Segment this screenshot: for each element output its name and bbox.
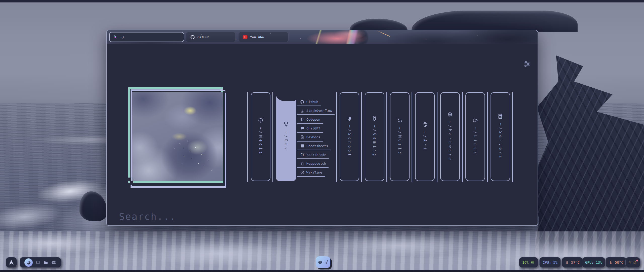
gamepad-icon (372, 116, 377, 121)
chat-bubble-icon (300, 126, 304, 130)
book-label: ~/Linux (473, 127, 477, 155)
window-icon (36, 260, 40, 265)
search-input[interactable] (118, 210, 517, 226)
thermometer-icon (565, 260, 569, 264)
book-servers[interactable]: ~/Servers (491, 92, 510, 181)
page-line (512, 92, 513, 182)
graduation-cap-icon (347, 116, 352, 121)
book-label: ~/Dev (284, 131, 288, 151)
dock-files[interactable] (43, 260, 48, 265)
music-note-icon (397, 118, 403, 123)
page-line (462, 92, 463, 182)
arch-logo-icon (8, 259, 14, 265)
launcher-button[interactable] (6, 257, 17, 268)
youtube-icon (243, 35, 248, 39)
copy-squares-icon (300, 161, 304, 166)
browser-logo-icon (113, 35, 118, 40)
book-label: ~/Media (258, 127, 263, 155)
book-label: ~/Gaming (372, 125, 377, 157)
book-school[interactable]: ~/School (340, 92, 359, 181)
cloud-painting (132, 92, 223, 181)
tab-label: GitHub (197, 35, 209, 39)
desktop: ~/ GitHub YouTube (0, 0, 644, 272)
page-line (412, 92, 412, 182)
dock-window[interactable] (36, 260, 40, 265)
cpu-temp-stat: 57°C (562, 257, 583, 268)
link-cheatsheets[interactable]: Cheatsheets (297, 142, 331, 150)
book-dev[interactable]: ~/Dev (276, 92, 296, 181)
wallpaper-edge (0, 270, 644, 272)
active-window-indicator[interactable]: ~/ (316, 256, 330, 268)
active-window-label: ~/ (324, 260, 328, 264)
book-music[interactable]: ~/Music (390, 92, 410, 181)
link-codepen[interactable]: Codepen (297, 116, 323, 124)
chip-icon (447, 112, 453, 117)
link-stackoverflow[interactable]: StackOverflow (297, 107, 335, 115)
link-devdocs[interactable]: DevDocs (297, 133, 323, 142)
notifications-button[interactable]: 4 (625, 257, 640, 268)
notification-badge (636, 260, 638, 261)
cpu-stat: CPU: 5% (539, 257, 561, 268)
git-branch-icon (283, 122, 289, 127)
tab-label: YouTube (250, 35, 264, 39)
link-chatgpt[interactable]: ChatGPT (297, 125, 323, 133)
book-art[interactable]: ~/Art (415, 92, 435, 181)
book-label: ~/School (347, 125, 352, 157)
book-media[interactable]: ~/Media (251, 92, 270, 181)
book-hardware[interactable]: ~/Hardware (440, 92, 460, 181)
page-line (386, 92, 387, 182)
dev-links: Github StackOverflow Codepen (297, 92, 336, 182)
frame-handle (225, 90, 229, 93)
frame-handle (128, 178, 131, 181)
tab-github[interactable]: GitHub (186, 32, 236, 42)
url-text: ~/ (120, 35, 125, 39)
artwork-frame (128, 86, 226, 188)
github-icon (300, 100, 304, 104)
code-braces-icon: {} (300, 153, 305, 157)
startpage: ~/Media ~/Dev Gith (107, 44, 538, 225)
stackoverflow-icon (300, 109, 304, 113)
clock-icon (300, 170, 304, 175)
frame-handle (130, 181, 133, 185)
github-icon (190, 35, 195, 40)
page-line (361, 92, 362, 182)
page-line (437, 92, 437, 182)
firefox-icon (26, 260, 31, 265)
page-line (272, 92, 273, 182)
bookshelf: ~/Media ~/Dev Gith (247, 92, 516, 182)
page-line (336, 92, 337, 182)
globe-icon (318, 260, 322, 264)
link-github[interactable]: Github (297, 98, 321, 106)
book-linux[interactable]: ~/Linux (465, 92, 485, 181)
page-line (247, 92, 248, 182)
url-bar[interactable]: ~/ (109, 32, 184, 42)
codepen-icon (300, 117, 304, 122)
wallpaper-rock (412, 11, 578, 32)
palette-icon (422, 122, 428, 127)
banner-shooting-star (377, 30, 390, 37)
server-rack-icon (498, 114, 503, 119)
memory-stat: 16% (519, 257, 538, 268)
browser-window: ~/ GitHub YouTube (106, 30, 538, 226)
link-hoppscotch[interactable]: Hoppscotch (297, 160, 329, 168)
ram-icon (531, 260, 535, 265)
gpu-temp-stat: 50°C (606, 257, 627, 268)
book-label: ~/Servers (498, 123, 503, 159)
book-label: ~/Hardware (448, 121, 452, 161)
media-icon (258, 118, 263, 123)
tab-youtube[interactable]: YouTube (238, 32, 289, 42)
book-icon (300, 144, 304, 148)
link-searchcode[interactable]: {} Searchcode (297, 151, 329, 159)
folder-icon (43, 260, 48, 265)
dock (20, 257, 61, 268)
page-line (487, 92, 488, 182)
dock-firefox[interactable] (24, 258, 33, 267)
gamepad-icon (51, 260, 56, 265)
sliders-icon[interactable] (522, 59, 532, 69)
book-gaming[interactable]: ~/Gaming (365, 92, 384, 181)
browser-topbar: ~/ GitHub YouTube (107, 30, 538, 44)
link-wakatime[interactable]: WakaTime (297, 169, 325, 177)
book-label: ~/Art (423, 131, 427, 151)
gpu-stat: GPU: 13% (582, 257, 605, 268)
dock-games[interactable] (51, 260, 56, 265)
